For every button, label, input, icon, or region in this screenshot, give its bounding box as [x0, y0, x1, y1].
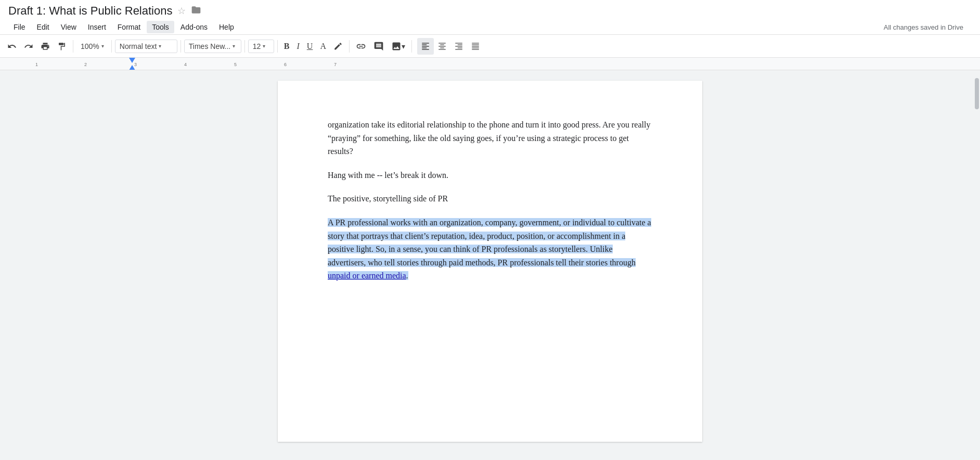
toolbar: 100% ▾ Normal text ▾ Times New... ▾ 12 ▾…: [0, 35, 980, 58]
svg-text:4: 4: [184, 62, 187, 67]
zoom-dropdown[interactable]: 100% ▾: [76, 40, 108, 53]
doc-content: organization take its editorial relation…: [328, 118, 652, 283]
paragraph-4-highlighted-text: A PR professional works with an organiza…: [328, 218, 651, 267]
paragraph-1-text: organization take its editorial relation…: [328, 120, 650, 156]
svg-text:6: 6: [284, 62, 287, 67]
size-arrow: ▾: [263, 43, 265, 49]
ruler: 1 2 3 4 5 6 7: [0, 58, 980, 70]
paragraph-3-text: The positive, storytelling side of PR: [328, 194, 448, 203]
redo-button[interactable]: [21, 40, 36, 53]
svg-text:2: 2: [84, 62, 87, 67]
page: organization take its editorial relation…: [278, 81, 702, 442]
underline-button[interactable]: U: [304, 40, 316, 53]
separator-5: [277, 40, 278, 53]
paragraph-2-text: Hang with me -- let’s break it down.: [328, 171, 448, 180]
align-right-button[interactable]: [450, 38, 467, 55]
menu-format[interactable]: Format: [112, 21, 146, 33]
paragraph-4: A PR professional works with an organiza…: [328, 216, 652, 283]
doc-area: organization take its editorial relation…: [0, 70, 980, 452]
image-arrow: ▾: [402, 42, 405, 50]
menu-addons[interactable]: Add-ons: [175, 21, 213, 33]
paragraph-2: Hang with me -- let’s break it down.: [328, 169, 652, 182]
menu-tools[interactable]: Tools: [147, 21, 174, 33]
svg-text:7: 7: [334, 62, 337, 67]
align-left-button[interactable]: [417, 38, 434, 55]
align-center-button[interactable]: [434, 38, 450, 55]
scrollbar[interactable]: [974, 78, 980, 390]
paragraph-4-period: .: [406, 271, 408, 280]
scrollbar-thumb[interactable]: [975, 78, 979, 109]
align-justify-button[interactable]: [467, 38, 484, 55]
menu-edit[interactable]: Edit: [32, 21, 55, 33]
undo-button[interactable]: [4, 40, 20, 53]
menu-help[interactable]: Help: [214, 21, 239, 33]
paragraph-4-link[interactable]: unpaid or earned media: [328, 271, 406, 280]
paragraph-3: The positive, storytelling side of PR: [328, 192, 652, 206]
font-color-button[interactable]: A: [317, 40, 329, 53]
folder-icon[interactable]: [191, 5, 201, 18]
menu-bar: File Edit View Insert Format Tools Add-o…: [8, 20, 972, 34]
star-icon[interactable]: ☆: [177, 5, 186, 17]
style-arrow: ▾: [159, 43, 161, 49]
image-button[interactable]: ▾: [388, 39, 408, 54]
menu-insert[interactable]: Insert: [83, 21, 111, 33]
paint-format-button[interactable]: [54, 40, 70, 53]
separator-1: [73, 40, 73, 53]
separator-2: [111, 40, 112, 53]
zoom-value: 100%: [81, 42, 99, 50]
menu-view[interactable]: View: [56, 21, 82, 33]
size-dropdown[interactable]: 12 ▾: [248, 40, 274, 53]
bold-button[interactable]: B: [281, 40, 293, 53]
size-value: 12: [253, 42, 261, 50]
font-arrow: ▾: [233, 43, 235, 49]
svg-text:3: 3: [134, 62, 137, 67]
align-group: [417, 38, 484, 55]
highlight-button[interactable]: [330, 40, 346, 53]
italic-button[interactable]: I: [293, 40, 302, 53]
style-value: Normal text: [120, 42, 157, 50]
doc-title: Draft 1: What is Public Relations: [8, 4, 172, 18]
separator-6: [349, 40, 350, 53]
svg-text:1: 1: [35, 62, 38, 67]
link-button[interactable]: [353, 39, 369, 54]
comment-button[interactable]: [370, 39, 387, 54]
font-dropdown[interactable]: Times New... ▾: [184, 40, 241, 53]
style-dropdown[interactable]: Normal text ▾: [115, 40, 177, 53]
separator-3: [180, 40, 181, 53]
zoom-arrow: ▾: [101, 43, 104, 49]
font-value: Times New...: [189, 42, 230, 50]
separator-4: [244, 40, 245, 53]
separator-7: [411, 40, 412, 53]
svg-text:5: 5: [234, 62, 237, 67]
print-button[interactable]: [37, 40, 53, 53]
menu-file[interactable]: File: [8, 21, 31, 33]
paragraph-1: organization take its editorial relation…: [328, 118, 652, 158]
saved-status: All changes saved in Drive: [884, 23, 972, 31]
